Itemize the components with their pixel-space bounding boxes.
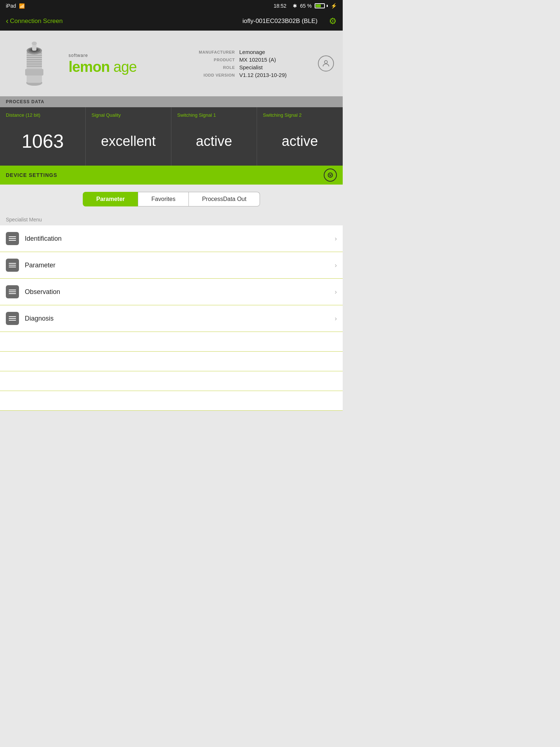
product-info-section: software lemon age MANUFACTURER Lemonage…: [0, 31, 343, 96]
status-bar: iPad 📶 18:52 ✱ 65 % ⚡: [0, 0, 343, 12]
empty-row-4: [0, 391, 343, 411]
status-left: iPad 📶: [6, 3, 25, 9]
charging-icon: ⚡: [331, 3, 337, 9]
menu-list: Identification › Parameter › Observation…: [0, 225, 343, 332]
menu-item-identification[interactable]: Identification ›: [0, 225, 343, 252]
menu-icon-parameter: [6, 259, 19, 272]
battery-tip: [327, 5, 328, 7]
data-card-switching-1: Switching Signal 1 active: [171, 107, 257, 166]
svg-point-14: [32, 42, 37, 45]
status-time: 18:52: [273, 3, 286, 9]
nav-title: iofly-001EC023B02B (BLE): [242, 18, 318, 25]
back-label: Connection Screen: [10, 18, 63, 25]
battery-fill: [316, 4, 321, 7]
svg-rect-6: [27, 61, 42, 62]
device-settings-header: DEVICE SETTINGS: [0, 166, 343, 185]
back-chevron-icon: ‹: [6, 16, 8, 26]
brand-name: lemon age: [69, 59, 137, 74]
data-card-signal-quality: Signal Quality excellent: [86, 107, 171, 166]
product-label: PRODUCT: [181, 58, 235, 62]
svg-rect-9: [25, 69, 43, 76]
brand-area: software lemon age: [69, 53, 172, 74]
menu-lines-icon: [9, 263, 16, 267]
data-card-distance: Distance (12 bit) 1063: [0, 107, 86, 166]
svg-rect-5: [27, 59, 42, 60]
product-value: MX 102015 (A): [239, 57, 305, 63]
menu-icon-observation: [6, 285, 19, 298]
manufacturer-value: Lemonage: [239, 49, 305, 55]
product-image: [9, 38, 60, 89]
nav-bar: ‹ Connection Screen iofly-001EC023B02B (…: [0, 12, 343, 31]
bottom-spacer: [0, 411, 343, 454]
empty-row-1: [0, 332, 343, 352]
svg-rect-4: [27, 57, 42, 58]
svg-point-16: [328, 173, 332, 177]
observation-label: Observation: [25, 288, 329, 296]
svg-rect-7: [27, 63, 42, 65]
specialist-menu-label: Specialist Menu: [0, 214, 343, 225]
chevron-right-icon: ›: [335, 235, 337, 243]
chevron-right-icon: ›: [335, 288, 337, 296]
menu-lines-icon: [9, 316, 16, 321]
menu-icon-identification: [6, 232, 19, 245]
svg-rect-8: [27, 66, 42, 67]
switching-2-label: Switching Signal 2: [263, 112, 337, 118]
device-label: iPad: [6, 3, 16, 9]
switching-1-label: Switching Signal 1: [177, 112, 251, 118]
iodd-label: IODD VERSION: [181, 73, 235, 77]
distance-value: 1063: [6, 124, 79, 158]
empty-row-2: [0, 352, 343, 371]
iodd-value: V1.12 (2013-10-29): [239, 72, 305, 78]
bluetooth-icon: ✱: [293, 3, 297, 9]
switching-1-value: active: [177, 124, 251, 158]
tabs-container: Parameter Favorites ProcessData Out: [0, 185, 343, 214]
device-settings-title: DEVICE SETTINGS: [6, 172, 57, 178]
parameter-label: Parameter: [25, 262, 329, 269]
sensor-svg: [11, 40, 58, 87]
role-label: ROLE: [181, 65, 235, 70]
brand-software-label: software: [69, 53, 88, 58]
menu-item-diagnosis[interactable]: Diagnosis ›: [0, 305, 343, 332]
back-button[interactable]: ‹ Connection Screen: [6, 16, 63, 26]
settings-gear-icon[interactable]: ⚙: [329, 16, 337, 26]
device-info-grid: MANUFACTURER Lemonage PRODUCT MX 102015 …: [181, 49, 305, 78]
svg-point-15: [324, 61, 327, 63]
switching-2-value: active: [263, 124, 337, 158]
tab-favorites[interactable]: Favorites: [138, 192, 189, 206]
battery-bar: [315, 3, 325, 8]
status-right: ✱ 65 % ⚡: [293, 3, 337, 9]
process-data-grid: Distance (12 bit) 1063 Signal Quality ex…: [0, 107, 343, 166]
data-card-switching-2: Switching Signal 2 active: [257, 107, 343, 166]
battery-percent: 65 %: [300, 3, 312, 9]
wifi-icon: 📶: [19, 3, 25, 9]
signal-quality-value: excellent: [92, 124, 165, 158]
chevron-right-icon: ›: [335, 262, 337, 269]
collapse-button[interactable]: [324, 169, 337, 182]
signal-quality-label: Signal Quality: [92, 112, 165, 118]
empty-rows: [0, 332, 343, 411]
role-value: Specialist: [239, 64, 305, 70]
identification-label: Identification: [25, 235, 329, 243]
menu-icon-diagnosis: [6, 312, 19, 325]
process-data-header: PROCESS DATA: [0, 96, 343, 107]
menu-lines-icon: [9, 236, 16, 241]
distance-label: Distance (12 bit): [6, 112, 79, 118]
brand-lemon: lemon: [69, 59, 110, 75]
empty-row-3: [0, 371, 343, 391]
diagnosis-label: Diagnosis: [25, 315, 329, 322]
menu-lines-icon: [9, 290, 16, 294]
tab-parameter[interactable]: Parameter: [83, 192, 138, 206]
menu-item-parameter[interactable]: Parameter ›: [0, 252, 343, 279]
tab-processdata-out[interactable]: ProcessData Out: [189, 192, 260, 206]
chevron-right-icon: ›: [335, 315, 337, 322]
menu-item-observation[interactable]: Observation ›: [0, 279, 343, 305]
svg-rect-3: [27, 55, 42, 56]
battery-indicator: [315, 3, 328, 8]
manufacturer-label: MANUFACTURER: [181, 50, 235, 54]
profile-icon[interactable]: [318, 55, 334, 71]
